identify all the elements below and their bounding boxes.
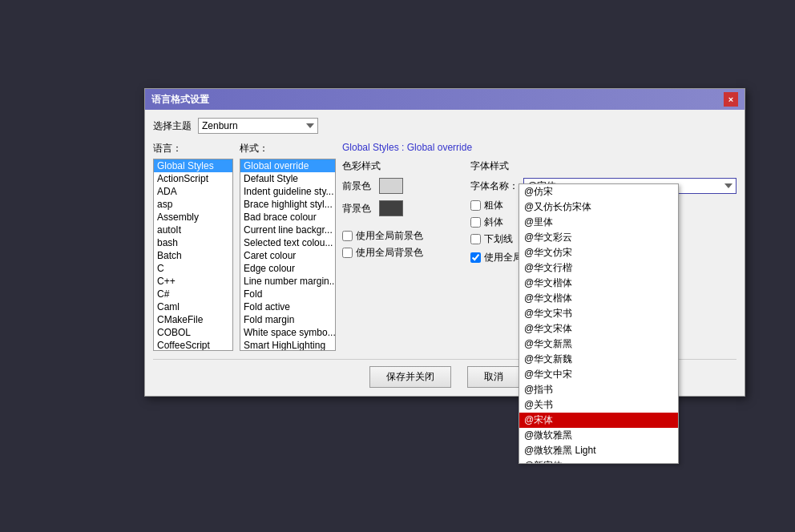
style-list-item[interactable]: Edge colour <box>240 262 335 275</box>
lang-list-item[interactable]: COBOL <box>154 326 232 339</box>
lang-list-item[interactable]: C# <box>154 288 232 300</box>
font-dropdown-item[interactable]: @华文新魏 <box>519 352 678 367</box>
use-global-fg-row: 使用全局前景色 <box>342 229 462 243</box>
font-dropdown-item[interactable]: @华文宋书 <box>519 306 678 321</box>
style-panel: 样式： Global overrideDefault StyleIndent g… <box>240 142 336 351</box>
dialog-title: 语言格式设置 <box>151 93 209 107</box>
dialog-body: 选择主题 Zenburn Default Dark 语言： Global Sty… <box>145 110 745 396</box>
lang-list-item[interactable]: Batch <box>154 249 232 262</box>
font-name-label: 字体名称： <box>470 179 519 193</box>
content-area: 语言： Global StylesActionScriptADAaspAssem… <box>153 142 736 351</box>
font-dropdown-item[interactable]: @又仿长仿宋体 <box>519 200 678 215</box>
color-styles-panel: 色彩样式 前景色 背景色 <box>342 159 462 351</box>
save-close-button[interactable]: 保存并关闭 <box>369 366 451 388</box>
font-dropdown-item[interactable]: @指书 <box>519 382 678 397</box>
use-global-bg-label: 使用全局背景色 <box>356 246 423 260</box>
lang-list-item[interactable]: Assembly <box>154 211 232 224</box>
style-list-item[interactable]: Selected text colou... <box>240 236 335 249</box>
close-button[interactable]: × <box>724 92 738 107</box>
style-list-item[interactable]: Default Style <box>240 172 335 185</box>
style-list-item[interactable]: Caret colour <box>240 249 335 262</box>
underline-checkbox[interactable] <box>470 234 481 244</box>
style-list-item[interactable]: Fold active <box>240 300 335 313</box>
underline-label: 下划线 <box>484 232 513 246</box>
style-list[interactable]: Global overrideDefault StyleIndent guide… <box>240 159 336 351</box>
use-global-4-checkbox[interactable] <box>470 252 481 263</box>
lang-list-item[interactable]: ADA <box>154 185 232 198</box>
font-dropdown-item[interactable]: @宋体 <box>519 413 678 428</box>
style-list-item[interactable]: Brace highlight styl... <box>240 198 335 211</box>
lang-label: 语言： <box>153 142 233 155</box>
lang-list-item[interactable]: ActionScript <box>154 172 232 185</box>
font-dropdown-item[interactable]: @华文彩云 <box>519 230 678 245</box>
lang-list-item[interactable]: C++ <box>154 275 232 288</box>
font-dropdown-item[interactable]: @关书 <box>519 397 678 413</box>
fg-color-row: 前景色 <box>342 178 462 194</box>
style-list-item[interactable]: Current line backgr... <box>240 224 335 236</box>
desktop: 语言格式设置 × 选择主题 Zenburn Default Dark 语言： G… <box>0 0 795 532</box>
properties-area: 色彩样式 前景色 背景色 <box>342 159 736 351</box>
style-list-item[interactable]: Bad brace colour <box>240 211 335 224</box>
font-dropdown-item[interactable]: @微软雅黑 Light <box>519 443 678 458</box>
style-list-item[interactable]: Smart HighLighting <box>240 339 335 351</box>
breadcrumb: Global Styles : Global override <box>342 142 736 153</box>
font-dropdown-item[interactable]: @华文新黑 <box>519 337 678 352</box>
font-dropdown-item[interactable]: @仿宋 <box>519 184 678 200</box>
bg-color-row: 背景色 <box>342 200 462 216</box>
use-global-bg-row: 使用全局背景色 <box>342 246 462 260</box>
theme-select[interactable]: Zenburn Default Dark <box>198 118 318 134</box>
lang-list-item[interactable]: Caml <box>154 300 232 313</box>
lang-list-item[interactable]: bash <box>154 236 232 249</box>
theme-label: 选择主题 <box>153 119 192 133</box>
italic-label: 斜体 <box>484 216 503 229</box>
dialog-titlebar: 语言格式设置 × <box>145 89 745 110</box>
font-dropdown-item[interactable]: @华文楷体 <box>519 291 678 306</box>
fg-label: 前景色 <box>342 179 374 193</box>
font-dropdown-item[interactable]: @华文宋体 <box>519 321 678 337</box>
fg-color-swatch[interactable] <box>379 178 403 194</box>
lang-list-item[interactable]: CMakeFile <box>154 313 232 326</box>
use-global-fg-label: 使用全局前景色 <box>356 229 423 243</box>
language-panel: 语言： Global StylesActionScriptADAaspAssem… <box>153 142 233 351</box>
bold-checkbox[interactable] <box>470 200 481 211</box>
language-list[interactable]: Global StylesActionScriptADAaspAssemblya… <box>153 159 233 351</box>
font-styles-panel: 字体样式 字体名称： @宋体 粗体 <box>470 159 736 351</box>
lang-list-item[interactable]: autoIt <box>154 224 232 236</box>
style-list-item[interactable]: Indent guideline sty... <box>240 185 335 198</box>
font-dropdown-item[interactable]: @华文行楷 <box>519 260 678 276</box>
font-dropdown-item[interactable]: @微软雅黑 <box>519 428 678 443</box>
bg-color-swatch[interactable] <box>379 200 403 216</box>
cancel-button[interactable]: 取消 <box>467 366 520 388</box>
style-label: 样式： <box>240 142 336 155</box>
lang-list-item[interactable]: CoffeeScript <box>154 339 232 351</box>
style-list-item[interactable]: White space symbo... <box>240 326 335 339</box>
bg-label: 背景色 <box>342 202 374 216</box>
color-styles-label: 色彩样式 <box>342 159 462 173</box>
use-global-bg-checkbox[interactable] <box>342 248 353 258</box>
theme-row: 选择主题 Zenburn Default Dark <box>153 118 736 134</box>
use-global-fg-checkbox[interactable] <box>342 231 353 241</box>
style-list-item[interactable]: Global override <box>240 159 335 172</box>
style-list-item[interactable]: Line number margin... <box>240 275 335 288</box>
dialog-window: 语言格式设置 × 选择主题 Zenburn Default Dark 语言： G… <box>144 88 745 397</box>
font-dropdown-item[interactable]: @华文仿宋 <box>519 245 678 260</box>
style-list-item[interactable]: Fold <box>240 288 335 300</box>
font-dropdown-list[interactable]: @仿宋@又仿长仿宋体@里体@华文彩云@华文仿宋@华文行楷@华文楷体@华文楷体@华… <box>519 183 679 464</box>
font-dropdown-item[interactable]: @里体 <box>519 215 678 230</box>
right-panel: Global Styles : Global override 色彩样式 前景色… <box>342 142 736 351</box>
bold-label: 粗体 <box>484 199 503 212</box>
font-dropdown-item[interactable]: @华文中宋 <box>519 367 678 382</box>
style-list-item[interactable]: Fold margin <box>240 313 335 326</box>
font-dropdown-item[interactable]: @华文楷体 <box>519 276 678 291</box>
use-global-4-label: 使用全局 <box>484 251 523 264</box>
font-dropdown-item[interactable]: @新宋体 <box>519 458 678 464</box>
font-styles-label: 字体样式 <box>470 159 736 173</box>
lang-list-item[interactable]: Global Styles <box>154 159 232 172</box>
lang-list-item[interactable]: asp <box>154 198 232 211</box>
lang-list-item[interactable]: C <box>154 262 232 275</box>
italic-checkbox[interactable] <box>470 217 481 228</box>
